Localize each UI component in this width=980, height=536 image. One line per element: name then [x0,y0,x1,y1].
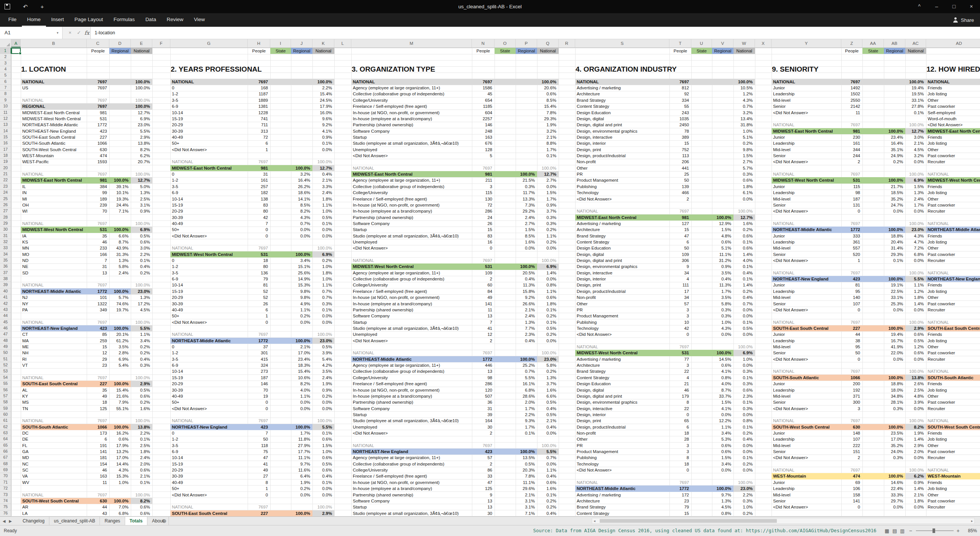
row-header-37[interactable]: 37 [0,270,11,276]
cell[interactable]: 24.0% [884,449,905,455]
cell[interactable]: 7697 [472,79,495,85]
cell[interactable]: 100.0% [733,208,755,214]
cell[interactable]: 2.0% [905,449,926,455]
cell[interactable]: 100.0% [312,159,334,165]
cell[interactable]: 5.8% [712,301,733,307]
cell[interactable]: 630 [87,146,109,153]
cancel-icon[interactable]: × [68,27,72,39]
cell[interactable]: 5.5% [515,375,537,381]
cell[interactable]: MIDWEST-East North Central [772,128,843,134]
cell[interactable]: 13.8% [131,424,152,430]
cell[interactable]: 7697 [472,442,495,449]
row-header-55[interactable]: 55 [0,381,11,387]
cell[interactable]: 158 [841,492,862,498]
cell[interactable]: Design, product/industrial [575,153,671,159]
scrollbar-thumb[interactable] [600,519,777,523]
cell[interactable]: 0.5% [312,344,334,350]
column-header-n[interactable]: N [472,39,495,48]
cell[interactable]: Partnership (shared ownership) [351,307,473,313]
row-header-26[interactable]: 26 [0,202,11,208]
cell[interactable]: Freelance / Self-employed (free agent) [351,473,473,479]
cell[interactable]: 12 [472,331,495,337]
cell[interactable]: 0.1% [312,221,334,227]
cell[interactable]: 100.0% [109,288,131,294]
cell[interactable]: 22.4% [884,485,905,491]
column-header-i[interactable]: I [270,39,291,48]
cell[interactable]: Junior [772,184,843,189]
cell[interactable]: 0.1% [537,492,558,498]
cell[interactable]: 1-2 [170,350,249,356]
cell[interactable]: 1.9% [291,479,312,485]
insert-function-icon[interactable]: fx [84,27,89,39]
cell[interactable]: 0.4% [537,511,558,516]
cell[interactable]: 206 [670,159,691,165]
cell[interactable]: 100.0% [291,251,312,258]
cell[interactable]: 1.3% [515,319,537,325]
cell[interactable]: 474 [841,473,862,479]
cell[interactable]: 101 [87,294,109,301]
cell[interactable]: 0.0% [905,208,926,214]
cell[interactable]: 2 [472,430,495,436]
cell[interactable]: 50 [670,245,691,251]
cell[interactable]: 86 [472,467,495,473]
cell[interactable]: 211 [472,177,495,183]
cell[interactable]: 31.4% [884,245,905,251]
cell[interactable]: 23.4% [291,356,312,362]
cell[interactable]: 30 [472,511,495,516]
cell[interactable]: 100.0% [905,319,926,325]
cell[interactable]: 4.1% [712,368,733,374]
cell[interactable]: 12.7% [733,215,755,221]
cell[interactable]: Content Strategy [575,239,671,245]
cell[interactable]: 0.6% [733,245,755,251]
cell[interactable]: TN [21,406,88,412]
cell[interactable]: 1.3% [131,189,152,196]
cell[interactable]: 100.0% [905,418,926,424]
cell[interactable]: 50+ [170,227,249,232]
cell[interactable]: Friends [926,282,980,288]
cell[interactable]: 26 [248,301,270,307]
cell[interactable]: 1.5% [712,399,733,405]
cell[interactable]: 15-19 [170,116,249,122]
row-header-19[interactable]: 19 [0,159,11,165]
cell[interactable]: 21.7% [884,184,905,189]
row-header-60[interactable]: 60 [0,412,11,418]
cell[interactable]: 0.1% [733,399,755,405]
name-box[interactable]: A1 ▾ [0,27,62,39]
cell[interactable]: 24.5% [312,97,334,103]
cell[interactable]: 2.1% [537,134,558,140]
cell[interactable]: 1.9% [905,430,926,436]
sheet-nav-prev-icon[interactable]: ◀ [3,519,6,523]
cell[interactable]: Leadership [772,239,843,245]
cell[interactable]: 6 [87,436,109,442]
cell[interactable]: 17.2% [131,301,152,307]
cell[interactable]: 1593 [87,159,109,165]
cell[interactable]: 13 [472,504,495,510]
cell[interactable]: Design, product/industrial [575,424,671,430]
cell[interactable]: 100.0% [131,221,152,227]
cell[interactable]: Mid-level [772,196,843,202]
cell[interactable]: Past coworker [926,301,980,307]
cell[interactable]: 0.0% [884,208,905,214]
ribbon-tab-home[interactable]: Home [22,13,46,27]
cell[interactable]: 1.8% [905,294,926,301]
cell[interactable]: College/University [351,189,473,196]
cell[interactable]: 0.4% [537,406,558,412]
cell[interactable]: 0.0% [733,362,755,368]
cell[interactable]: 20.3% [515,467,537,473]
cell[interactable]: Studio (employee at small organization, … [351,140,473,146]
cell[interactable]: 13.8% [905,375,926,381]
cell[interactable]: 100.0% [884,424,905,430]
cell[interactable]: 1.1% [312,282,334,288]
cell[interactable]: 0.0% [537,338,558,344]
row-header-72[interactable]: 72 [0,485,11,491]
column-header-e[interactable]: E [131,39,152,48]
cell[interactable]: 41 [472,325,495,331]
cell[interactable]: 2450 [670,122,691,128]
cell[interactable]: 7697 [248,418,270,424]
cell[interactable]: 19.7% [109,307,131,313]
cell[interactable]: NATIONAL [772,122,843,128]
cell[interactable]: 981 [87,110,109,116]
cell[interactable]: 7697 [87,79,109,85]
cell[interactable]: NATIONAL [351,442,473,449]
cell[interactable]: 151 [841,449,862,455]
